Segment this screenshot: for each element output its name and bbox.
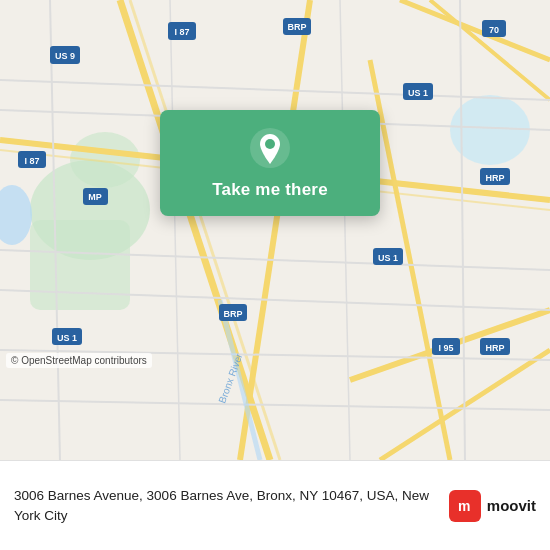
svg-text:70: 70 [489, 25, 499, 35]
moovit-icon: m [449, 490, 481, 522]
take-me-there-button[interactable]: Take me there [212, 180, 328, 200]
moovit-logo: m moovit [449, 490, 536, 522]
svg-text:I 95: I 95 [438, 343, 453, 353]
svg-text:I 87: I 87 [24, 156, 39, 166]
osm-attribution: © OpenStreetMap contributors [6, 353, 152, 368]
svg-point-1 [70, 132, 140, 188]
moovit-brand-label: moovit [487, 497, 536, 514]
svg-text:MP: MP [88, 192, 102, 202]
svg-text:US 1: US 1 [57, 333, 77, 343]
svg-text:m: m [458, 498, 470, 514]
svg-point-4 [0, 185, 32, 245]
osm-attribution-text: © OpenStreetMap contributors [11, 355, 147, 366]
svg-rect-2 [30, 220, 130, 310]
svg-text:BRP: BRP [287, 22, 306, 32]
location-card: Take me there [160, 110, 380, 216]
svg-text:I 87: I 87 [174, 27, 189, 37]
svg-text:US 1: US 1 [408, 88, 428, 98]
svg-text:HRP: HRP [485, 343, 504, 353]
map-svg: US 9 I 87 BRP 70 US 1 I 87 MP HRP US 1 B… [0, 0, 550, 460]
svg-point-33 [265, 139, 275, 149]
info-bar: 3006 Barnes Avenue, 3006 Barnes Ave, Bro… [0, 460, 550, 550]
map-pin-icon [248, 128, 292, 172]
svg-text:US 1: US 1 [378, 253, 398, 263]
svg-text:BRP: BRP [223, 309, 242, 319]
map-container: US 9 I 87 BRP 70 US 1 I 87 MP HRP US 1 B… [0, 0, 550, 460]
address-text: 3006 Barnes Avenue, 3006 Barnes Ave, Bro… [14, 486, 449, 525]
svg-text:US 9: US 9 [55, 51, 75, 61]
moovit-icon-svg: m [455, 496, 475, 516]
svg-text:HRP: HRP [485, 173, 504, 183]
